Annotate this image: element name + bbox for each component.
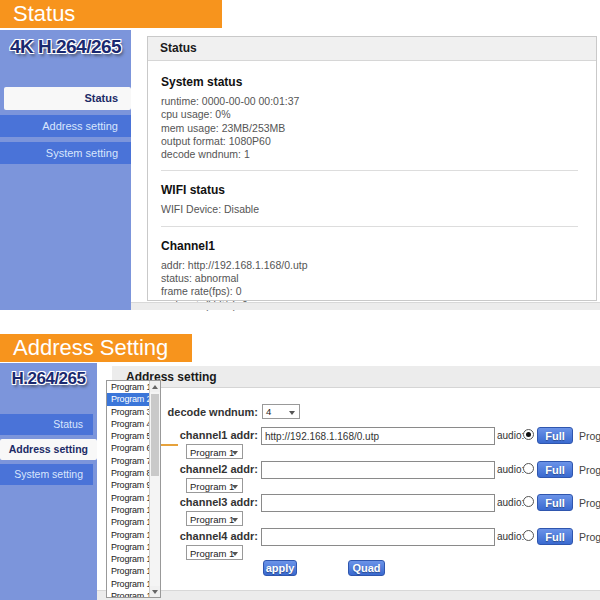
status-line-output-format: output format: 1080P60: [161, 135, 580, 148]
list-item-program-2-selected[interactable]: Program 2: [107, 393, 153, 405]
chevron-down-icon: [232, 552, 238, 556]
channel1-program-label: Progra: [579, 430, 600, 442]
list-item-program-8[interactable]: Program 8: [107, 467, 153, 479]
status-line-wifi-device: WIFI Device: Disable: [161, 203, 580, 216]
channel4-full-button[interactable]: Full: [537, 528, 573, 545]
scrollbar-thumb[interactable]: [151, 394, 159, 476]
status-line-mem: mem usage: 23MB/253MB: [161, 122, 580, 135]
channel3-program-label: Progra: [579, 497, 600, 509]
channel4-audio-radio[interactable]: [523, 530, 534, 541]
status-line-status: status: abnormal: [161, 272, 580, 285]
chevron-down-icon: [232, 518, 238, 522]
sidebar-item-status[interactable]: Status: [4, 87, 131, 110]
channel2-row: channel2 addr: audio: Full Progra Progra…: [0, 461, 600, 495]
list-item-program-6[interactable]: Program 6: [107, 442, 153, 454]
channel1-audio-label: audio:: [497, 430, 524, 441]
channel2-addr-input[interactable]: [261, 461, 495, 479]
section-title-channel1: Channel1: [161, 239, 580, 253]
decode-wndnum-select[interactable]: 4: [262, 404, 300, 419]
program-listbox: Program 1 Program 2 Program 3 Program 4 …: [106, 380, 161, 598]
list-item-program-3[interactable]: Program 3: [107, 406, 153, 418]
list-item-program-9[interactable]: Program 9: [107, 479, 153, 491]
list-item-program-4[interactable]: Program 4: [107, 418, 153, 430]
chevron-down-icon: [232, 451, 238, 455]
list-item-program-14[interactable]: Program 14: [107, 541, 153, 553]
list-item-program-7[interactable]: Program 7: [107, 455, 153, 467]
section-title-wifi-status: WIFI status: [161, 183, 580, 197]
list-item-program-13[interactable]: Program 13: [107, 529, 153, 541]
channel3-addr-input[interactable]: [261, 494, 495, 512]
channel2-program-select[interactable]: Program 1: [186, 478, 243, 493]
status-card-header: Status: [148, 37, 596, 61]
device-logo: 4K H.264/265: [0, 36, 131, 58]
status-line-decode-wndnum: decode wndnum: 1: [161, 148, 580, 161]
channel4-row: channel4 addr: audio: Full Progra Progra…: [0, 528, 600, 562]
footer-strip-panel1: [131, 302, 600, 310]
channel1-audio-radio[interactable]: [523, 429, 534, 440]
sidebar-panel1: 4K H.264/265 Status Address setting Syst…: [0, 30, 131, 310]
status-line-frame-rate: frame rate(fps): 0: [161, 285, 580, 298]
quad-button[interactable]: Quad: [348, 560, 385, 576]
channel1-program-select[interactable]: Program 1: [186, 444, 243, 459]
status-banner-title: Status: [0, 0, 222, 28]
list-item-program-1[interactable]: Program 1: [107, 381, 153, 393]
status-line-cpu: cpu usage: 0%: [161, 108, 580, 121]
screenshot-stage: Status 4K H.264/265 Status Address setti…: [0, 0, 600, 600]
section-title-system-status: System status: [161, 75, 580, 89]
channel4-audio-label: audio:: [497, 531, 524, 542]
list-item-program-16[interactable]: Program 16: [107, 565, 153, 577]
channel2-audio-radio[interactable]: [523, 463, 534, 474]
channel3-audio-radio[interactable]: [523, 496, 534, 507]
chevron-down-icon: [289, 411, 295, 415]
channel1-addr-input[interactable]: [261, 427, 495, 445]
apply-button[interactable]: apply: [263, 560, 297, 576]
listbox-scrollbar[interactable]: [149, 381, 160, 597]
divider: [161, 170, 578, 171]
chevron-down-icon: [232, 485, 238, 489]
channel3-row: channel3 addr: audio: Full Progra Progra…: [0, 494, 600, 528]
list-item-program-5[interactable]: Program 5: [107, 430, 153, 442]
footer-strip-panel2: [97, 590, 600, 600]
address-setting-header: Address setting: [112, 366, 600, 388]
channel3-program-select[interactable]: Program 1: [186, 511, 243, 526]
sidebar-item-system-setting[interactable]: System setting: [0, 142, 131, 164]
channel2-audio-label: audio:: [497, 464, 524, 475]
device-logo: H.264/265: [0, 369, 97, 389]
list-item-program-10[interactable]: Program 10: [107, 492, 153, 504]
scroll-down-icon[interactable]: [150, 586, 160, 597]
list-item-program-11[interactable]: Program 11: [107, 504, 153, 516]
list-item-program-17[interactable]: Program 17: [107, 578, 153, 590]
status-line-runtime: runtime: 0000-00-00 00:01:37: [161, 95, 580, 108]
list-item-program-18[interactable]: Program 18: [107, 590, 153, 598]
address-setting-banner-title: Address Setting: [0, 334, 192, 362]
list-item-program-15[interactable]: Program 15: [107, 553, 153, 565]
channel4-program-label: Progra: [579, 531, 600, 543]
sidebar-item-address-setting[interactable]: Address setting: [0, 115, 131, 137]
scroll-up-icon[interactable]: [150, 381, 160, 392]
channel4-program-select[interactable]: Program 1: [186, 545, 243, 560]
status-line-addr: addr: http://192.168.1.168/0.utp: [161, 259, 580, 272]
channel1-full-button[interactable]: Full: [537, 427, 573, 444]
divider: [161, 226, 578, 227]
list-item-program-12[interactable]: Program 12: [107, 516, 153, 528]
status-card: Status System status runtime: 0000-00-00…: [147, 36, 597, 301]
channel2-full-button[interactable]: Full: [537, 461, 573, 478]
channel1-row: channel1 addr: audio: Full Progra Progra…: [0, 427, 600, 461]
channel3-full-button[interactable]: Full: [537, 494, 573, 511]
channel4-addr-input[interactable]: [261, 528, 495, 546]
channel3-audio-label: audio:: [497, 497, 524, 508]
channel2-program-label: Progra: [579, 464, 600, 476]
